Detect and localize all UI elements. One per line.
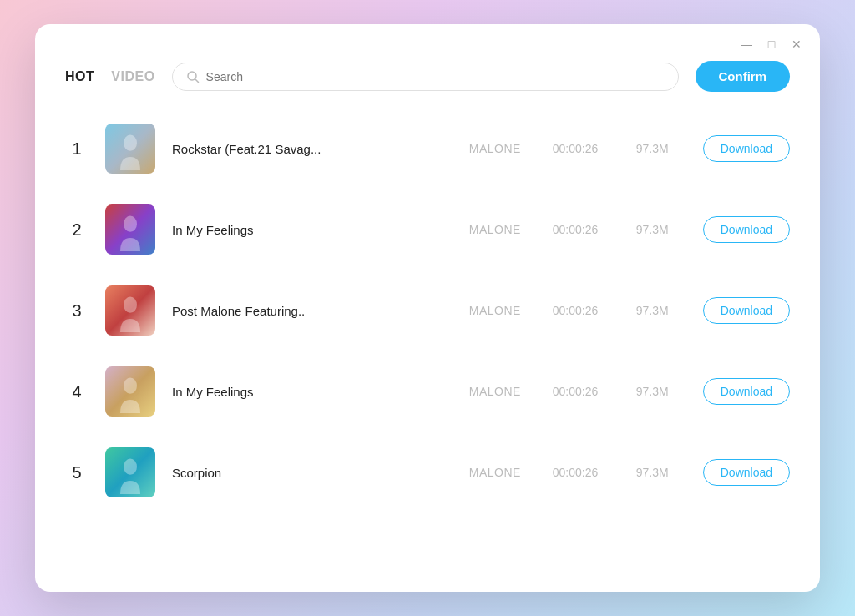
- track-number: 3: [65, 301, 89, 321]
- track-artist: MALONE: [469, 142, 536, 155]
- track-duration: 00:00:26: [553, 223, 620, 236]
- track-row: 5 Scorpion MALONE 00:00:26 97.3M Downloa…: [65, 432, 790, 512]
- header: HOT VIDEO Confirm: [35, 58, 820, 109]
- tab-video[interactable]: VIDEO: [111, 69, 154, 84]
- track-artist: MALONE: [469, 385, 536, 398]
- track-row: 1 Rockstar (Feat.21 Savag... MALONE 00:0…: [65, 109, 790, 189]
- tab-hot[interactable]: HOT: [65, 69, 94, 84]
- svg-point-3: [124, 216, 137, 232]
- download-button[interactable]: Download: [703, 135, 790, 162]
- track-number: 1: [65, 139, 89, 159]
- svg-point-5: [124, 378, 137, 394]
- track-thumbnail: [105, 124, 155, 174]
- svg-point-6: [124, 459, 137, 475]
- track-list: 1 Rockstar (Feat.21 Savag... MALONE 00:0…: [35, 109, 820, 592]
- minimize-button[interactable]: —: [740, 38, 753, 51]
- search-input[interactable]: [206, 70, 665, 83]
- track-number: 2: [65, 220, 89, 240]
- track-size: 97.3M: [636, 304, 686, 317]
- track-thumbnail: [105, 366, 155, 417]
- track-row: 4 In My Feelings MALONE 00:00:26 97.3M D…: [65, 351, 790, 432]
- track-number: 5: [65, 463, 89, 482]
- track-thumbnail: [105, 285, 155, 336]
- track-row: 3 Post Malone Featuring.. MALONE 00:00:2…: [65, 270, 790, 351]
- track-duration: 00:00:26: [553, 466, 620, 479]
- svg-point-2: [124, 135, 137, 151]
- track-row: 2 In My Feelings MALONE 00:00:26 97.3M D…: [65, 189, 790, 270]
- search-icon: [186, 70, 200, 83]
- download-button[interactable]: Download: [703, 297, 790, 324]
- track-title: In My Feelings: [172, 385, 453, 399]
- svg-point-4: [124, 297, 137, 313]
- track-duration: 00:00:26: [553, 142, 620, 155]
- download-button[interactable]: Download: [703, 216, 790, 243]
- track-title: In My Feelings: [172, 223, 453, 237]
- track-number: 4: [65, 382, 89, 401]
- track-thumbnail: [105, 204, 155, 255]
- track-size: 97.3M: [636, 466, 686, 479]
- download-button[interactable]: Download: [703, 459, 790, 486]
- app-window: — □ ✕ HOT VIDEO Confirm 1 Rockstar (Feat…: [35, 24, 820, 592]
- track-artist: MALONE: [469, 304, 536, 317]
- svg-line-1: [195, 79, 199, 83]
- track-title: Rockstar (Feat.21 Savag...: [172, 142, 453, 156]
- titlebar: — □ ✕: [35, 24, 820, 58]
- download-button[interactable]: Download: [703, 378, 790, 405]
- track-title: Scorpion: [172, 466, 453, 480]
- track-size: 97.3M: [636, 142, 686, 155]
- search-box: [172, 63, 679, 91]
- track-thumbnail: [105, 447, 155, 497]
- confirm-button[interactable]: Confirm: [696, 61, 791, 92]
- track-size: 97.3M: [636, 223, 686, 236]
- track-title: Post Malone Featuring..: [172, 304, 453, 318]
- track-artist: MALONE: [469, 466, 536, 479]
- track-size: 97.3M: [636, 385, 686, 398]
- track-duration: 00:00:26: [553, 304, 620, 317]
- close-button[interactable]: ✕: [790, 38, 803, 51]
- track-artist: MALONE: [469, 223, 536, 236]
- track-duration: 00:00:26: [553, 385, 620, 398]
- maximize-button[interactable]: □: [765, 38, 778, 51]
